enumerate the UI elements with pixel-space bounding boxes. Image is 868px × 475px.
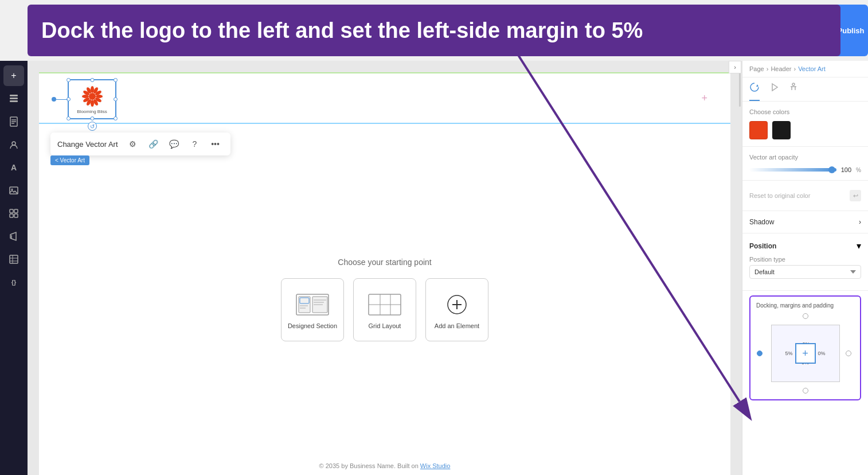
page-icon[interactable] [3,111,24,132]
choose-colors-section: Choose colors [742,102,868,147]
logo-text: Blooming Bliss [77,109,107,114]
shadow-section: Shadow › [742,211,868,233]
grid-layout-label: Grid Layout [369,322,401,329]
dock-left-circle[interactable] [757,351,763,356]
svg-marker-49 [772,84,777,91]
layers-icon[interactable] [3,88,24,109]
grid-layout-icon [367,290,402,319]
settings-icon-btn[interactable]: ⚙ [125,136,141,152]
handle-tc[interactable] [90,78,94,82]
add-element-icon [440,290,474,319]
vector-art-badge[interactable]: < Vector Art [50,155,89,165]
designed-section-card[interactable]: Designed Section [281,278,344,341]
footer-text: © 2035 by Business Name. Built on [319,462,420,469]
shadow-row[interactable]: Shadow › [749,218,861,226]
comment-icon-btn[interactable]: 💬 [166,136,182,152]
add-element-label: Add an Element [435,322,479,329]
apps-icon[interactable] [3,203,24,224]
svg-rect-12 [10,214,13,217]
opacity-unit: % [856,167,861,173]
designed-section-icon [295,290,330,319]
dock-right-circle[interactable] [846,351,851,356]
toolbar-label: Change Vector Art [57,140,118,149]
starting-point-title: Choose your starting point [338,258,431,267]
add-element-plus[interactable]: + [701,92,707,104]
svg-point-7 [12,142,15,145]
starting-point-section: Choose your starting point [39,124,730,475]
svg-rect-2 [10,100,18,102]
breadcrumb-sep2: › [793,65,796,72]
docking-diagram: -0% 0% 5% 0% + [760,313,851,394]
orange-swatch[interactable] [749,121,768,139]
docking-title: Docking, margins and padding [756,302,854,309]
logo-svg [81,85,104,108]
left-sidebar: + A [0,61,28,475]
change-vector-art-toolbar: Change Vector Art ⚙ 🔗 💬 ? ••• [50,133,230,155]
starting-point-cards: Designed Section Grid Layout [281,278,488,341]
breadcrumb-page[interactable]: Page [749,65,764,72]
add-icon[interactable]: + [3,65,24,86]
shadow-label: Shadow [749,218,774,226]
canvas-expand-btn[interactable]: › [729,61,741,73]
code-icon[interactable]: {} [3,272,24,293]
choose-colors-label: Choose colors [749,108,861,115]
dock-inner-box: -0% 0% 5% 0% + [771,325,840,382]
position-section: Position ▾ Position type Default [742,233,868,291]
dock-bottom-circle[interactable] [803,388,808,394]
right-panel: Page › Header › Vector Art Cho [742,61,868,475]
canvas-area: Desktop (Primary) Section [28,61,742,475]
logo-element[interactable]: ↺ [68,79,116,119]
breadcrumb-header[interactable]: Header [771,65,791,72]
margin-left-value: 5% [785,351,793,356]
svg-point-50 [792,83,795,85]
add-element-card[interactable]: Add an Element [425,278,488,341]
handle-bc[interactable] [90,116,94,120]
dock-center-element[interactable]: + [795,343,816,364]
position-type-row: Position type Default [749,256,861,279]
svg-point-20 [89,93,96,100]
svg-rect-13 [14,214,18,217]
footer-link[interactable]: Wix Studio [420,462,451,469]
breadcrumb-sep1: › [767,65,769,72]
dock-plus-icon: + [802,348,808,360]
table-icon[interactable] [3,249,24,270]
help-icon-btn[interactable]: ? [187,136,203,152]
docking-section: Docking, margins and padding -0% 0% 5% 0… [749,295,861,400]
handle-tl[interactable] [67,78,71,82]
people-icon[interactable] [3,134,24,155]
svg-rect-11 [14,209,18,213]
designed-section-label: Designed Section [288,322,337,329]
tab-design[interactable] [749,77,760,101]
black-swatch[interactable] [772,121,791,139]
reset-section: Reset to original color ↩ [742,181,868,211]
margin-right-value: 0% [818,351,825,356]
image-icon[interactable] [3,180,24,201]
handle-tr[interactable] [114,78,118,82]
opacity-slider[interactable] [749,168,836,172]
link-icon-btn[interactable]: 🔗 [146,136,162,152]
marketing-icon[interactable] [3,226,24,247]
canvas-content: Desktop (Primary) Section [39,72,730,475]
reset-button[interactable]: Reset to original color ↩ [749,188,861,204]
scrollbar[interactable] [739,72,741,107]
more-icon-btn[interactable]: ••• [208,136,224,152]
banner-text: Dock the logo to the left and set the le… [41,18,643,43]
svg-rect-34 [299,297,310,313]
connection-left [52,97,68,102]
text-icon[interactable]: A [3,157,24,178]
position-type-select[interactable]: Default [749,265,861,279]
canvas-footer: © 2035 by Business Name. Built on Wix St… [39,462,730,469]
position-type-label: Position type [749,256,861,263]
tab-accessibility[interactable] [788,77,799,101]
tab-animate[interactable] [769,77,779,101]
dock-top-circle[interactable] [803,313,808,319]
instruction-banner: Dock the logo to the left and set the le… [28,5,840,56]
position-header[interactable]: Position ▾ [749,240,861,251]
reset-icon: ↩ [850,190,861,201]
handle-mr[interactable] [114,98,118,102]
grid-layout-card[interactable]: Grid Layout [353,278,416,341]
color-swatches [749,121,861,139]
handle-br[interactable] [114,116,118,120]
opacity-thumb[interactable] [828,166,835,173]
handle-bl[interactable] [67,116,71,120]
